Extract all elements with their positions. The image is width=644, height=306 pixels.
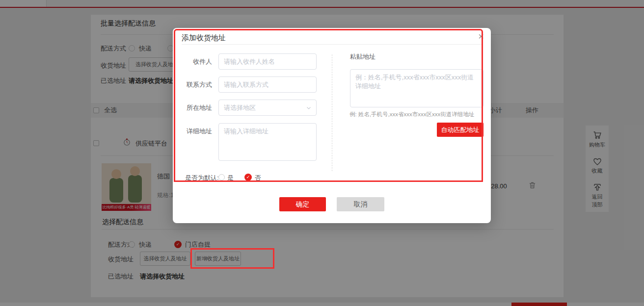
paste-address-textarea[interactable] <box>350 69 483 107</box>
recipient-label: 收件人 <box>173 57 212 66</box>
paste-hint: 例: 姓名,手机号,xxx省xxx市xxx区xxx街道详细地址 <box>349 111 474 118</box>
chevron-down-icon <box>305 104 312 113</box>
detail-address-textarea[interactable] <box>218 123 317 161</box>
contact-label: 联系方式 <box>173 80 212 89</box>
default-no-label: 否 <box>255 174 261 182</box>
region-label: 所在地址 <box>173 103 212 112</box>
confirm-button[interactable]: 确定 <box>279 197 326 211</box>
cancel-button[interactable]: 取消 <box>337 197 384 211</box>
region-select-placeholder: 请选择地区 <box>219 100 316 115</box>
paste-address-label: 粘贴地址 <box>350 52 376 61</box>
default-yes-label: 是 <box>227 174 234 182</box>
dialog-column-divider <box>332 54 332 171</box>
default-yes-radio[interactable] <box>218 174 225 180</box>
dialog-title-divider <box>182 44 482 45</box>
close-icon[interactable]: × <box>478 30 484 42</box>
default-no-radio-checked[interactable]: ✓ <box>244 174 252 181</box>
region-select[interactable]: 请选择地区 <box>218 100 317 116</box>
default-label: 是否为默认: <box>185 174 219 182</box>
dialog-title: 添加收货地址 <box>182 33 226 43</box>
add-address-dialog: 添加收货地址 × 收件人 联系方式 所在地址 请选择地区 详细地址 是否为默认:… <box>173 28 491 223</box>
cart-page: 批量选择配送信息 配送方式 快递 收货地址 选择收货人及地址 已选地址 请选择收… <box>0 0 644 306</box>
auto-match-address-button[interactable]: 自动匹配地址 <box>437 123 483 137</box>
contact-input[interactable] <box>218 76 317 93</box>
detail-address-label: 详细地址 <box>173 127 212 136</box>
recipient-input[interactable] <box>218 53 317 70</box>
